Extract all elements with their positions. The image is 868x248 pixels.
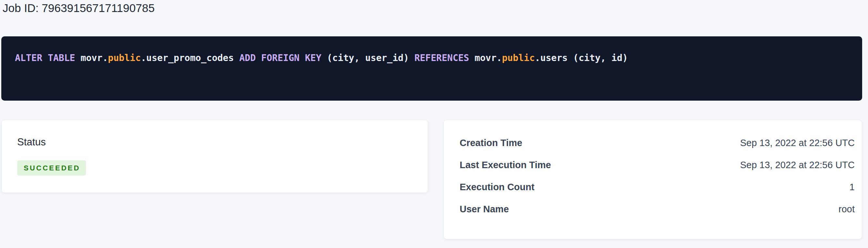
sql-token-plain: movr. [469, 53, 502, 63]
detail-value: root [838, 204, 855, 215]
detail-row: Creation TimeSep 13, 2022 at 22:56 UTC [460, 132, 855, 154]
sql-token-plain: (city, user_id) [321, 53, 414, 63]
detail-row: Last Execution TimeSep 13, 2022 at 22:56… [460, 154, 855, 176]
detail-label: Last Execution Time [460, 160, 551, 170]
sql-token-keyword: ADD FOREIGN KEY [239, 53, 321, 63]
sql-token-plain: .user_promo_codes [141, 53, 239, 63]
detail-value: 1 [849, 182, 855, 192]
detail-value: Sep 13, 2022 at 22:56 UTC [740, 160, 855, 170]
detail-label: Execution Count [460, 182, 534, 192]
detail-label: User Name [460, 204, 509, 215]
sql-token-keyword: ALTER TABLE [15, 53, 75, 63]
job-details-rows: Creation TimeSep 13, 2022 at 22:56 UTCLa… [460, 132, 855, 220]
job-details-page: Job ID: 796391567171190785 ALTER TABLE m… [0, 0, 868, 248]
detail-label: Creation Time [460, 137, 522, 148]
sql-token-schema: public [502, 53, 535, 63]
sql-token-schema: public [108, 53, 141, 63]
detail-row: Execution Count1 [460, 176, 855, 198]
job-details-card: Creation TimeSep 13, 2022 at 22:56 UTCLa… [443, 120, 862, 239]
sql-token-keyword: REFERENCES [414, 53, 469, 63]
sql-token-plain: .users (city, id) [535, 53, 628, 63]
detail-value: Sep 13, 2022 at 22:56 UTC [740, 137, 855, 148]
sql-statement-box: ALTER TABLE movr.public.user_promo_codes… [1, 36, 862, 101]
status-card: Status SUCCEEDED [1, 120, 428, 193]
summary-cards: Status SUCCEEDED Creation TimeSep 13, 20… [1, 120, 862, 239]
sql-statement: ALTER TABLE movr.public.user_promo_codes… [15, 53, 628, 63]
page-title: Job ID: 796391567171190785 [3, 2, 868, 14]
status-heading: Status [17, 136, 412, 148]
sql-token-plain: movr. [75, 53, 108, 63]
status-badge: SUCCEEDED [17, 160, 86, 176]
detail-row: User Nameroot [460, 198, 855, 220]
